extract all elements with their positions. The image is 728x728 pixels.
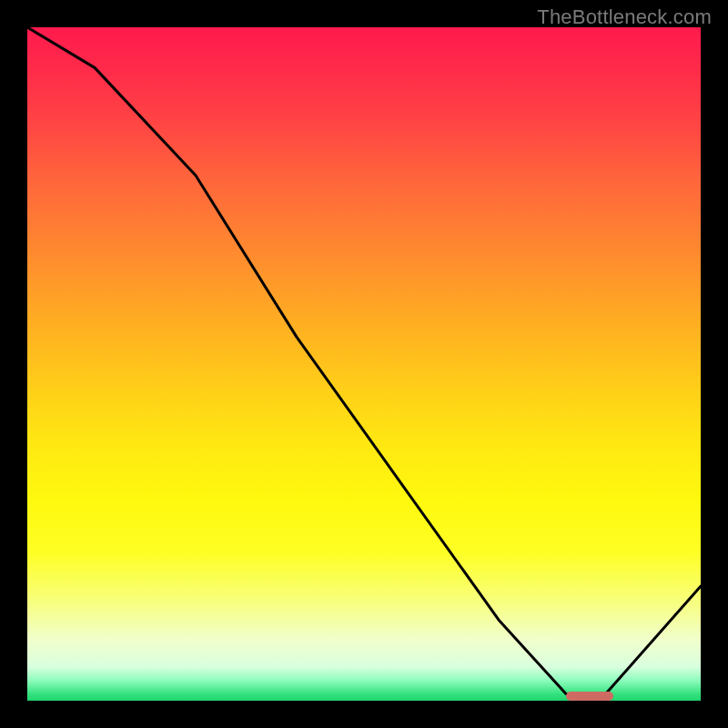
chart-line-curve	[27, 27, 701, 701]
chart-line-svg	[27, 27, 701, 701]
watermark-text: TheBottleneck.com	[537, 5, 712, 29]
chart-optimal-marker	[566, 692, 613, 701]
chart-plot-area	[27, 27, 701, 701]
